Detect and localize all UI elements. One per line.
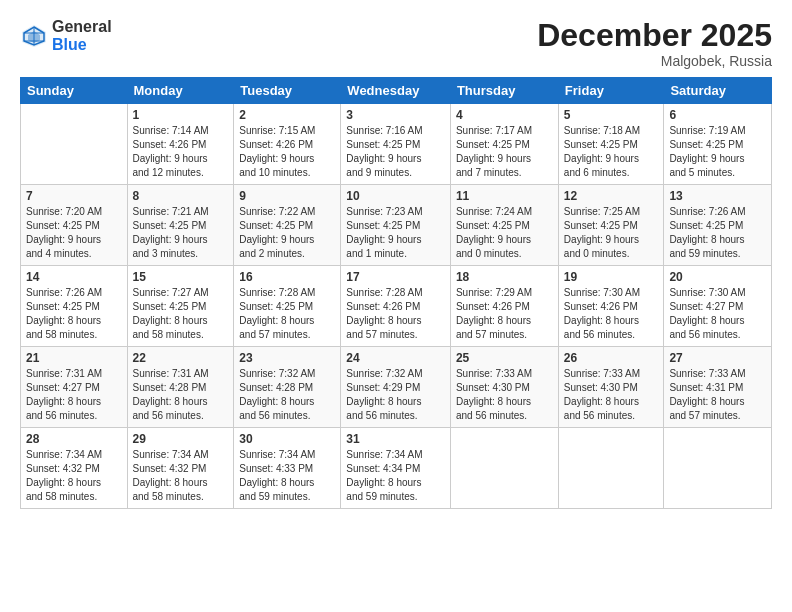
calendar-week-2: 14Sunrise: 7:26 AMSunset: 4:25 PMDayligh… [21,266,772,347]
day-info: Sunrise: 7:26 AMSunset: 4:25 PMDaylight:… [669,205,766,261]
day-header-sunday: Sunday [21,78,128,104]
day-header-tuesday: Tuesday [234,78,341,104]
day-info: Sunrise: 7:34 AMSunset: 4:34 PMDaylight:… [346,448,445,504]
day-number: 14 [26,270,122,284]
calendar-cell: 20Sunrise: 7:30 AMSunset: 4:27 PMDayligh… [664,266,772,347]
day-info: Sunrise: 7:26 AMSunset: 4:25 PMDaylight:… [26,286,122,342]
calendar-cell: 17Sunrise: 7:28 AMSunset: 4:26 PMDayligh… [341,266,451,347]
day-info: Sunrise: 7:19 AMSunset: 4:25 PMDaylight:… [669,124,766,180]
calendar-cell: 31Sunrise: 7:34 AMSunset: 4:34 PMDayligh… [341,428,451,509]
calendar-cell: 23Sunrise: 7:32 AMSunset: 4:28 PMDayligh… [234,347,341,428]
day-info: Sunrise: 7:34 AMSunset: 4:32 PMDaylight:… [26,448,122,504]
calendar-cell: 4Sunrise: 7:17 AMSunset: 4:25 PMDaylight… [450,104,558,185]
calendar-cell: 16Sunrise: 7:28 AMSunset: 4:25 PMDayligh… [234,266,341,347]
calendar-cell: 30Sunrise: 7:34 AMSunset: 4:33 PMDayligh… [234,428,341,509]
calendar-cell: 10Sunrise: 7:23 AMSunset: 4:25 PMDayligh… [341,185,451,266]
calendar-cell: 5Sunrise: 7:18 AMSunset: 4:25 PMDaylight… [558,104,664,185]
day-number: 31 [346,432,445,446]
day-number: 18 [456,270,553,284]
day-info: Sunrise: 7:33 AMSunset: 4:31 PMDaylight:… [669,367,766,423]
day-info: Sunrise: 7:31 AMSunset: 4:28 PMDaylight:… [133,367,229,423]
calendar-cell: 21Sunrise: 7:31 AMSunset: 4:27 PMDayligh… [21,347,128,428]
calendar-cell: 28Sunrise: 7:34 AMSunset: 4:32 PMDayligh… [21,428,128,509]
day-number: 13 [669,189,766,203]
day-number: 24 [346,351,445,365]
day-info: Sunrise: 7:24 AMSunset: 4:25 PMDaylight:… [456,205,553,261]
day-number: 27 [669,351,766,365]
day-info: Sunrise: 7:20 AMSunset: 4:25 PMDaylight:… [26,205,122,261]
day-number: 29 [133,432,229,446]
day-header-friday: Friday [558,78,664,104]
calendar-cell [664,428,772,509]
calendar-cell: 11Sunrise: 7:24 AMSunset: 4:25 PMDayligh… [450,185,558,266]
day-number: 2 [239,108,335,122]
day-header-saturday: Saturday [664,78,772,104]
day-info: Sunrise: 7:32 AMSunset: 4:29 PMDaylight:… [346,367,445,423]
calendar-cell: 7Sunrise: 7:20 AMSunset: 4:25 PMDaylight… [21,185,128,266]
calendar-cell: 19Sunrise: 7:30 AMSunset: 4:26 PMDayligh… [558,266,664,347]
calendar-cell: 29Sunrise: 7:34 AMSunset: 4:32 PMDayligh… [127,428,234,509]
calendar-cell: 3Sunrise: 7:16 AMSunset: 4:25 PMDaylight… [341,104,451,185]
day-number: 11 [456,189,553,203]
logo-icon [20,22,48,50]
calendar-cell: 18Sunrise: 7:29 AMSunset: 4:26 PMDayligh… [450,266,558,347]
day-number: 30 [239,432,335,446]
day-info: Sunrise: 7:27 AMSunset: 4:25 PMDaylight:… [133,286,229,342]
calendar-cell [450,428,558,509]
day-number: 9 [239,189,335,203]
day-number: 3 [346,108,445,122]
month-title: December 2025 [537,18,772,53]
day-info: Sunrise: 7:32 AMSunset: 4:28 PMDaylight:… [239,367,335,423]
calendar-cell: 26Sunrise: 7:33 AMSunset: 4:30 PMDayligh… [558,347,664,428]
logo-text: General Blue [52,18,112,53]
day-number: 10 [346,189,445,203]
day-number: 22 [133,351,229,365]
calendar-cell: 22Sunrise: 7:31 AMSunset: 4:28 PMDayligh… [127,347,234,428]
day-info: Sunrise: 7:18 AMSunset: 4:25 PMDaylight:… [564,124,659,180]
day-header-wednesday: Wednesday [341,78,451,104]
calendar-cell: 14Sunrise: 7:26 AMSunset: 4:25 PMDayligh… [21,266,128,347]
day-info: Sunrise: 7:30 AMSunset: 4:27 PMDaylight:… [669,286,766,342]
day-number: 17 [346,270,445,284]
day-info: Sunrise: 7:16 AMSunset: 4:25 PMDaylight:… [346,124,445,180]
day-info: Sunrise: 7:31 AMSunset: 4:27 PMDaylight:… [26,367,122,423]
calendar-cell: 2Sunrise: 7:15 AMSunset: 4:26 PMDaylight… [234,104,341,185]
day-info: Sunrise: 7:17 AMSunset: 4:25 PMDaylight:… [456,124,553,180]
day-info: Sunrise: 7:22 AMSunset: 4:25 PMDaylight:… [239,205,335,261]
calendar-table: SundayMondayTuesdayWednesdayThursdayFrid… [20,77,772,509]
calendar-cell: 25Sunrise: 7:33 AMSunset: 4:30 PMDayligh… [450,347,558,428]
calendar-cell [21,104,128,185]
calendar-week-3: 21Sunrise: 7:31 AMSunset: 4:27 PMDayligh… [21,347,772,428]
day-number: 16 [239,270,335,284]
day-number: 8 [133,189,229,203]
calendar-week-1: 7Sunrise: 7:20 AMSunset: 4:25 PMDaylight… [21,185,772,266]
day-info: Sunrise: 7:14 AMSunset: 4:26 PMDaylight:… [133,124,229,180]
day-info: Sunrise: 7:28 AMSunset: 4:25 PMDaylight:… [239,286,335,342]
day-info: Sunrise: 7:23 AMSunset: 4:25 PMDaylight:… [346,205,445,261]
day-info: Sunrise: 7:15 AMSunset: 4:26 PMDaylight:… [239,124,335,180]
day-number: 19 [564,270,659,284]
day-header-monday: Monday [127,78,234,104]
day-number: 23 [239,351,335,365]
calendar-cell: 1Sunrise: 7:14 AMSunset: 4:26 PMDaylight… [127,104,234,185]
day-number: 26 [564,351,659,365]
day-info: Sunrise: 7:34 AMSunset: 4:32 PMDaylight:… [133,448,229,504]
calendar-cell: 12Sunrise: 7:25 AMSunset: 4:25 PMDayligh… [558,185,664,266]
day-info: Sunrise: 7:30 AMSunset: 4:26 PMDaylight:… [564,286,659,342]
calendar-cell: 24Sunrise: 7:32 AMSunset: 4:29 PMDayligh… [341,347,451,428]
calendar-cell [558,428,664,509]
day-info: Sunrise: 7:25 AMSunset: 4:25 PMDaylight:… [564,205,659,261]
calendar-cell: 9Sunrise: 7:22 AMSunset: 4:25 PMDaylight… [234,185,341,266]
day-info: Sunrise: 7:34 AMSunset: 4:33 PMDaylight:… [239,448,335,504]
day-info: Sunrise: 7:33 AMSunset: 4:30 PMDaylight:… [456,367,553,423]
day-number: 25 [456,351,553,365]
title-section: December 2025 Malgobek, Russia [537,18,772,69]
day-info: Sunrise: 7:33 AMSunset: 4:30 PMDaylight:… [564,367,659,423]
calendar-week-4: 28Sunrise: 7:34 AMSunset: 4:32 PMDayligh… [21,428,772,509]
day-number: 21 [26,351,122,365]
logo-general: General [52,18,112,36]
day-number: 5 [564,108,659,122]
day-number: 15 [133,270,229,284]
calendar-cell: 15Sunrise: 7:27 AMSunset: 4:25 PMDayligh… [127,266,234,347]
day-number: 7 [26,189,122,203]
